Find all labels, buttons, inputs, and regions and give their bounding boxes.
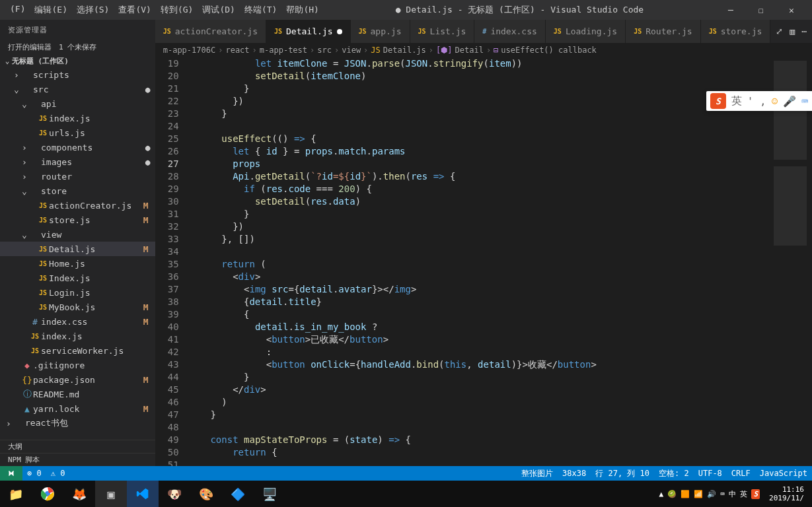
minimap[interactable]: [772, 57, 812, 466]
statusbar-item[interactable]: 38x38: [558, 468, 591, 479]
statusbar-item[interactable]: CRLF: [727, 468, 755, 479]
tree-item[interactable]: JSIndex.js: [0, 271, 155, 285]
taskbar-firefox[interactable]: 🦊: [63, 481, 95, 507]
statusbar-item[interactable]: 整张图片: [517, 468, 558, 479]
maximize-button[interactable]: ☐: [746, 0, 776, 20]
tree-item[interactable]: ⌄api: [0, 96, 155, 111]
breadcrumb-item[interactable]: useEffect() callback: [501, 46, 597, 55]
code-area[interactable]: 1920212223242526272829303132333435363738…: [155, 57, 812, 466]
breadcrumb[interactable]: m-app-1706C›react›m-app-test›src›view›JS…: [155, 43, 812, 57]
tree-item[interactable]: JSHome.js: [0, 256, 155, 271]
npm-section[interactable]: NPM 脚本: [0, 453, 155, 466]
menu-item[interactable]: 转到(G): [156, 4, 198, 16]
tree-item[interactable]: ⌄store: [0, 184, 155, 198]
problems-errors[interactable]: ⊗ 0: [22, 469, 46, 478]
menu-item[interactable]: 编辑(E): [30, 4, 71, 16]
menu-item[interactable]: 调试(D): [198, 4, 239, 16]
tree-item[interactable]: ▲yarn.lockM: [0, 401, 155, 416]
tray-icon[interactable]: 🥝: [667, 490, 677, 498]
ime-kbd[interactable]: ⌨: [801, 95, 808, 108]
taskbar-chrome[interactable]: [32, 481, 63, 507]
tree-item[interactable]: JSLogin.js: [0, 285, 155, 300]
tree-item[interactable]: JSserviceWorker.js: [0, 343, 155, 358]
tree-item[interactable]: ›router: [0, 169, 155, 184]
breadcrumb-item[interactable]: react: [225, 46, 249, 55]
minimize-button[interactable]: ─: [716, 0, 746, 20]
close-button[interactable]: ✕: [776, 0, 807, 20]
tree-item[interactable]: ›components●: [0, 140, 155, 154]
editor-tab[interactable]: JSLoading.js: [546, 20, 626, 43]
tree-item[interactable]: ◆.gitignore: [0, 358, 155, 372]
remote-indicator[interactable]: [0, 466, 22, 481]
menu-item[interactable]: (F): [5, 4, 30, 16]
more-icon[interactable]: ⋯: [801, 26, 807, 36]
ime-lang[interactable]: 英: [731, 94, 742, 108]
system-tray[interactable]: ▲ 🥝 🟧 📶 🔊 ⌨ 中 英 S: [654, 489, 766, 499]
tree-item[interactable]: JSindex.js: [0, 111, 155, 125]
tray-icon[interactable]: 🔊: [707, 490, 716, 498]
tree-item[interactable]: ›images●: [0, 154, 155, 169]
split-icon[interactable]: ▥: [790, 26, 795, 36]
compare-icon[interactable]: ⤢: [776, 26, 783, 36]
breadcrumb-item[interactable]: src: [317, 46, 332, 55]
tree-item[interactable]: ›react书包: [0, 416, 155, 430]
workspace-label[interactable]: ⌄无标题 (工作区): [0, 55, 155, 67]
taskbar-app4[interactable]: 🖥️: [254, 481, 285, 507]
tray-icon[interactable]: 📶: [694, 490, 703, 498]
editor-tab[interactable]: JSDetail.js: [266, 20, 351, 43]
menu-item[interactable]: 终端(T): [240, 4, 281, 16]
sogou-icon[interactable]: S: [710, 93, 726, 109]
tree-item[interactable]: #index.cssM: [0, 314, 155, 329]
statusbar-item[interactable]: JavaScript: [755, 468, 812, 479]
tree-item[interactable]: JSactionCreator.jsM: [0, 198, 155, 213]
tray-ime[interactable]: 中 英: [729, 489, 748, 499]
tray-sogou[interactable]: S: [751, 489, 760, 499]
taskbar-vscode[interactable]: [127, 481, 159, 507]
problems-warnings[interactable]: ⚠ 0: [46, 469, 70, 478]
editor-tab[interactable]: #index.css: [474, 20, 545, 43]
tray-icon[interactable]: 🟧: [681, 490, 690, 498]
taskbar-app3[interactable]: 🔷: [222, 481, 254, 507]
open-editors-header[interactable]: 打开的编辑器 1 个未保存: [0, 40, 155, 55]
menu-item[interactable]: 选择(S): [72, 4, 114, 16]
editor-tab[interactable]: JSRouter.js: [626, 20, 701, 43]
tree-item[interactable]: ›scripts: [0, 67, 155, 82]
outline-section[interactable]: 大纲: [0, 440, 155, 453]
tray-icon[interactable]: ▲: [659, 490, 664, 498]
breadcrumb-item[interactable]: m-app-1706C: [163, 46, 215, 55]
tab-actions[interactable]: ⤢▥⋯: [770, 20, 812, 43]
code-content[interactable]: let itemClone = JSON.parse(JSON.stringif…: [188, 57, 772, 466]
ime-emoji[interactable]: ☺: [772, 95, 778, 108]
editor-tab[interactable]: JSapp.js: [351, 20, 410, 43]
editor-tab[interactable]: JSactionCreator.js: [155, 20, 266, 43]
menu-item[interactable]: 帮助(H): [281, 4, 323, 16]
taskbar-explorer[interactable]: 📁: [0, 481, 32, 507]
statusbar-item[interactable]: 行 27, 列 10: [591, 468, 654, 479]
taskbar-terminal[interactable]: ▣: [95, 481, 127, 507]
taskbar-clock[interactable]: 11:16 2019/11/: [765, 485, 808, 502]
taskbar-app1[interactable]: 🐶: [159, 481, 190, 507]
breadcrumb-item[interactable]: Detail.js: [383, 46, 426, 55]
tray-icon[interactable]: ⌨: [720, 490, 725, 498]
tree-item[interactable]: ⌄view: [0, 227, 155, 242]
menu-item[interactable]: 查看(V): [114, 4, 155, 16]
tree-item[interactable]: ⌄src●: [0, 82, 155, 96]
statusbar-item[interactable]: UTF-8: [694, 468, 727, 479]
statusbar-item[interactable]: 空格: 2: [654, 468, 694, 479]
tree-item[interactable]: JSDetail.jsM: [0, 242, 155, 256]
tree-item[interactable]: JSstore.jsM: [0, 213, 155, 227]
ime-toolbar[interactable]: S 英 ' , ☺ 🎤 ⌨: [706, 91, 812, 111]
tree-item[interactable]: JSindex.js: [0, 329, 155, 343]
tree-item[interactable]: ⓘREADME.md: [0, 387, 155, 401]
editor-tab[interactable]: JSstore.js: [701, 20, 771, 43]
ime-mic[interactable]: 🎤: [783, 95, 796, 108]
editor-tab[interactable]: JSList.js: [410, 20, 475, 43]
breadcrumb-item[interactable]: view: [342, 46, 361, 55]
taskbar-app2[interactable]: 🎨: [190, 481, 222, 507]
breadcrumb-item[interactable]: m-app-test: [260, 46, 307, 55]
ime-punct[interactable]: ' ,: [747, 95, 766, 108]
tree-item[interactable]: JSurls.js: [0, 125, 155, 140]
breadcrumb-item[interactable]: Detail: [455, 46, 484, 55]
tree-item[interactable]: JSMyBook.jsM: [0, 300, 155, 314]
tree-item[interactable]: {}package.jsonM: [0, 372, 155, 387]
